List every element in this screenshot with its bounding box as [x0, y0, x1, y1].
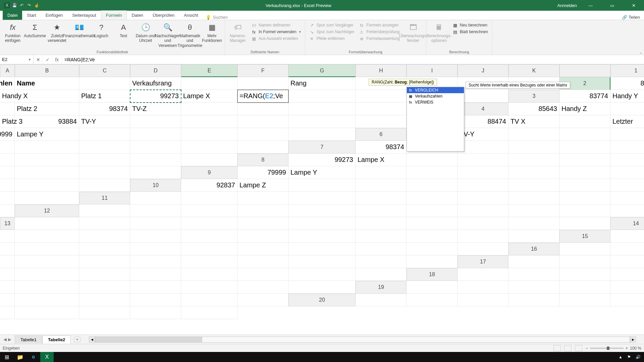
cell[interactable]: [0, 268, 15, 281]
cell[interactable]: [610, 179, 644, 192]
cell[interactable]: [79, 128, 130, 141]
cell[interactable]: [407, 294, 458, 306]
row-header[interactable]: 9: [181, 166, 237, 179]
cell[interactable]: [356, 217, 407, 230]
cell[interactable]: [181, 204, 237, 217]
tab-view[interactable]: Ansicht: [179, 11, 203, 20]
cell[interactable]: Lampe X: [356, 154, 407, 166]
cell[interactable]: [288, 179, 356, 192]
cell[interactable]: [356, 179, 407, 192]
cell[interactable]: [237, 243, 288, 255]
enter-formula-button[interactable]: ✓: [43, 55, 52, 64]
autocomplete-item[interactable]: fxVERWEIS: [407, 99, 464, 105]
cell[interactable]: [407, 179, 458, 192]
cell[interactable]: [237, 103, 288, 115]
cell[interactable]: [508, 154, 559, 166]
cell[interactable]: [15, 255, 79, 268]
cell[interactable]: [559, 294, 610, 306]
cell[interactable]: [15, 306, 79, 319]
tab-insert[interactable]: Einfügen: [41, 11, 67, 20]
cell[interactable]: [0, 154, 15, 166]
cell[interactable]: [79, 204, 130, 217]
cell[interactable]: 85643: [508, 103, 559, 115]
name-box[interactable]: ▼: [0, 55, 34, 64]
row-header[interactable]: 10: [130, 179, 181, 192]
financial-button[interactable]: 💶Finanzmathematik: [68, 21, 90, 38]
cell[interactable]: [458, 230, 508, 243]
cell[interactable]: [0, 243, 15, 255]
sheet-tab[interactable]: Tabelle1: [15, 336, 42, 344]
formula-input[interactable]: =RANG(E2;Ve: [62, 57, 644, 62]
cell[interactable]: [181, 281, 237, 294]
cell[interactable]: [559, 192, 610, 204]
cell[interactable]: [356, 268, 407, 281]
cell[interactable]: Lampe Z: [237, 179, 288, 192]
cell[interactable]: [356, 294, 407, 306]
cell[interactable]: [0, 230, 15, 243]
cell[interactable]: [407, 217, 458, 230]
use-in-formula-button[interactable]: fxIn Formel verwenden▾: [249, 29, 303, 35]
cell[interactable]: [508, 204, 559, 217]
cell[interactable]: [130, 243, 181, 255]
row-header[interactable]: 18: [407, 268, 458, 281]
cell[interactable]: [237, 217, 288, 230]
cell[interactable]: [130, 141, 181, 154]
cell[interactable]: [130, 306, 181, 319]
cell[interactable]: 99273: [130, 90, 181, 103]
cell[interactable]: [458, 90, 508, 103]
action-center-icon[interactable]: ⚑: [627, 355, 631, 359]
cell[interactable]: [237, 204, 288, 217]
cell[interactable]: [0, 141, 15, 154]
cell[interactable]: [0, 103, 15, 115]
cell[interactable]: [181, 230, 237, 243]
column-header[interactable]: K: [508, 64, 559, 77]
cell[interactable]: [79, 154, 130, 166]
cell[interactable]: [356, 103, 407, 115]
cell[interactable]: Platz 1: [79, 90, 130, 103]
cell[interactable]: [79, 77, 130, 90]
row-header[interactable]: 16: [508, 243, 559, 255]
cell[interactable]: [0, 179, 15, 192]
row-header[interactable]: 4: [458, 103, 508, 115]
row-header[interactable]: 7: [288, 141, 356, 154]
cell[interactable]: [15, 90, 79, 103]
cell[interactable]: [508, 192, 559, 204]
cell[interactable]: [181, 141, 237, 154]
cell[interactable]: Handy X: [0, 90, 15, 103]
cell[interactable]: [237, 77, 288, 90]
cell[interactable]: Rang: [288, 77, 356, 90]
tab-pagelayout[interactable]: Seitenlayout: [67, 11, 101, 20]
horizontal-scrollbar[interactable]: ◀ ▶: [89, 337, 636, 343]
cell[interactable]: [407, 192, 458, 204]
cell[interactable]: [559, 115, 610, 128]
cell[interactable]: [559, 179, 610, 192]
cell[interactable]: Platz 3: [0, 115, 15, 128]
cell[interactable]: [610, 268, 644, 281]
cell[interactable]: [181, 268, 237, 281]
cell[interactable]: [610, 255, 644, 268]
tell-me-search[interactable]: 💡 Suchen: [206, 15, 228, 20]
zoom-in-icon[interactable]: +: [626, 346, 628, 351]
cell[interactable]: [508, 230, 559, 243]
name-box-input[interactable]: [2, 57, 28, 62]
column-header[interactable]: E: [181, 64, 237, 77]
cell[interactable]: 98374: [79, 103, 130, 115]
touch-mode-icon[interactable]: ☝: [34, 2, 40, 8]
cell[interactable]: [79, 243, 130, 255]
view-pagebreak-button[interactable]: [575, 345, 582, 351]
scrollbar-thumb[interactable]: [95, 337, 202, 342]
column-header[interactable]: F: [237, 64, 288, 77]
cell[interactable]: [559, 166, 610, 179]
row-header[interactable]: 11: [79, 192, 130, 204]
text-button[interactable]: AText: [113, 21, 134, 38]
tab-formulas[interactable]: Formeln: [101, 10, 127, 20]
cell[interactable]: [237, 294, 288, 306]
cell[interactable]: [15, 268, 79, 281]
cell[interactable]: [79, 281, 130, 294]
cell[interactable]: [130, 255, 181, 268]
column-header[interactable]: C: [79, 64, 130, 77]
cell[interactable]: [130, 154, 181, 166]
cell[interactable]: [458, 204, 508, 217]
cell[interactable]: [130, 204, 181, 217]
cell[interactable]: [0, 306, 15, 319]
